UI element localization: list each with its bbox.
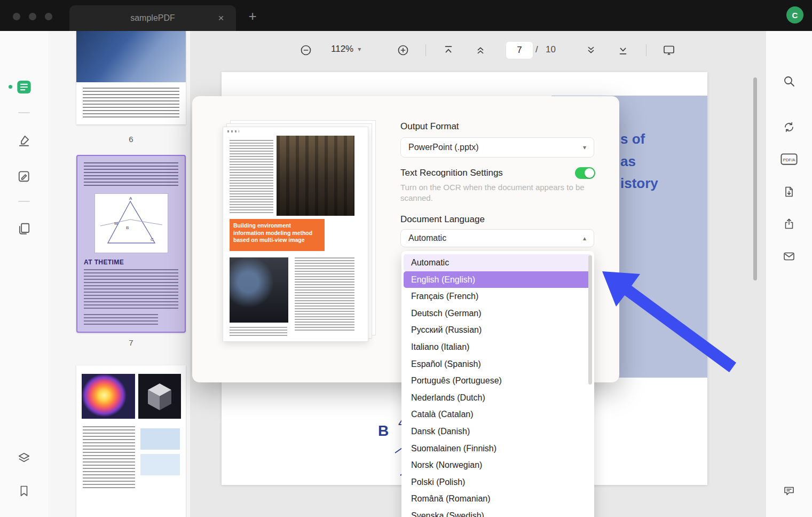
zoom-level-value: 112% (331, 44, 353, 54)
window-controls (13, 13, 52, 20)
dropdown-scrollbar[interactable] (588, 255, 592, 385)
thumbnail-page-7-selected[interactable]: A M B C AT THETIME (76, 155, 186, 333)
language-option-catalan[interactable]: Català (Catalan) (404, 406, 592, 423)
output-format-select[interactable]: PowerPoint (.pptx) ▾ (400, 137, 594, 158)
zoom-in-button[interactable] (393, 41, 413, 60)
language-option-russian[interactable]: Русский (Russian) (404, 322, 592, 339)
svg-text:M: M (114, 221, 118, 226)
new-tab-button[interactable]: + (245, 8, 261, 24)
sidebar-divider (18, 201, 30, 202)
page6-image (76, 31, 186, 82)
pages-tool-icon[interactable] (14, 219, 34, 238)
zoom-out-button[interactable] (296, 41, 316, 60)
chevron-down-icon: ▾ (358, 45, 361, 53)
presentation-button[interactable] (659, 41, 679, 60)
zoom-level-dropdown[interactable]: 112% ▾ (331, 44, 361, 54)
thumbnail-panel-icon[interactable] (14, 77, 34, 97)
language-option-norwegian[interactable]: Norsk (Norwegian) (404, 457, 592, 474)
last-page-button[interactable] (613, 41, 633, 60)
toggle-knob (585, 168, 594, 178)
share-icon[interactable] (779, 214, 799, 233)
preview-person-photo (230, 257, 288, 323)
language-option-french[interactable]: Français (French) (404, 288, 592, 305)
thumbnail-page-8[interactable] (76, 365, 186, 517)
language-option-portuguese[interactable]: Português (Portuguese) (404, 372, 592, 389)
document-text-fragment: as (620, 153, 636, 170)
svg-text:B: B (378, 422, 389, 439)
document-text-fragment: istory (620, 175, 658, 192)
document-preview: Building environment information modelin… (223, 127, 368, 342)
page7-heading: AT THETIME (84, 258, 124, 266)
preview-front-page: Building environment information modelin… (223, 127, 368, 342)
document-language-value: Automatic (408, 233, 446, 243)
toolbar-separator (425, 44, 426, 56)
language-option-swedish[interactable]: Svenska (Swedish) (404, 507, 592, 517)
page-number-6: 6 (76, 135, 186, 144)
chevron-down-icon: ▾ (583, 144, 586, 151)
active-panel-dot (9, 85, 12, 89)
svg-text:PDF/A: PDF/A (783, 158, 795, 162)
preview-text-column (230, 327, 287, 338)
total-pages: 10 (546, 44, 556, 55)
first-page-button[interactable] (439, 41, 458, 60)
convert-icon[interactable] (779, 118, 799, 137)
highlighter-tool-icon[interactable] (14, 131, 34, 150)
sidebar-divider (18, 112, 30, 113)
page-number-7: 7 (76, 338, 186, 347)
next-page-button[interactable] (581, 41, 601, 60)
bookmark-icon[interactable] (14, 481, 34, 500)
document-scrollbar[interactable] (753, 77, 757, 280)
page8-figure (140, 428, 180, 450)
page8-figure (140, 454, 180, 475)
preview-text-column (295, 257, 354, 332)
language-option-german[interactable]: Deutsch (German) (404, 305, 592, 322)
language-option-romanian[interactable]: Română (Romanian) (404, 490, 592, 507)
language-option-automatic[interactable]: Automatic (404, 254, 592, 271)
document-tab[interactable]: samplePDF × (69, 5, 236, 31)
close-tab-icon[interactable]: × (215, 12, 227, 25)
preview-header (227, 130, 239, 132)
pdfa-icon[interactable]: PDF/A (779, 150, 799, 169)
page7-text-lines (84, 314, 158, 326)
layers-icon[interactable] (14, 449, 34, 468)
thumbnail-panel: 6 A M B C AT THETIME 7 (48, 31, 190, 517)
reader-icon (15, 79, 33, 96)
language-option-dutch[interactable]: Nederlands (Dutch) (404, 389, 592, 406)
page8-cube-image (138, 374, 181, 419)
language-option-italian[interactable]: Italiano (Italian) (404, 339, 592, 356)
text-recognition-label: Text Recognition Settings (400, 168, 503, 178)
preview-text-column (230, 140, 273, 214)
titlebar: samplePDF × + C (0, 0, 812, 31)
language-option-polish[interactable]: Polski (Polish) (404, 474, 592, 491)
svg-text:C: C (151, 237, 154, 242)
page6-text-lines (83, 88, 179, 119)
document-language-select[interactable]: Automatic ▴ (400, 229, 594, 247)
language-option-danish[interactable]: Dansk (Danish) (404, 423, 592, 440)
close-window-button[interactable] (13, 13, 20, 20)
comment-icon[interactable] (779, 481, 799, 500)
document-language-label: Document Language (400, 214, 485, 225)
avatar[interactable]: C (786, 6, 803, 24)
ocr-toggle[interactable] (575, 167, 595, 179)
preview-building-photo (277, 136, 354, 216)
language-option-spanish[interactable]: Español (Spanish) (404, 356, 592, 373)
thumbnail-page-6[interactable] (76, 31, 186, 124)
ocr-hint: Turn on the OCR when the document appear… (400, 182, 599, 204)
edit-note-tool-icon[interactable] (14, 167, 34, 186)
zoom-window-button[interactable] (45, 13, 52, 20)
output-format-value: PowerPoint (.pptx) (408, 143, 479, 152)
previous-page-button[interactable] (471, 41, 490, 60)
output-format-label: Output Format (400, 121, 459, 132)
search-icon[interactable] (779, 72, 799, 91)
compress-icon[interactable] (779, 182, 799, 201)
tab-title: samplePDF (130, 13, 175, 23)
page-number-input[interactable]: 7 (506, 41, 533, 59)
minimize-window-button[interactable] (29, 13, 36, 20)
mail-icon[interactable] (779, 247, 799, 266)
page7-text-lines (84, 269, 178, 309)
language-option-finnish[interactable]: Suomalainen (Finnish) (404, 440, 592, 457)
page7-diagram: A M B C (94, 193, 168, 253)
language-option-english[interactable]: English (English) (404, 271, 592, 288)
language-dropdown-list: Automatic English (English) Français (Fr… (401, 251, 594, 517)
page8-text-lines (83, 426, 135, 490)
